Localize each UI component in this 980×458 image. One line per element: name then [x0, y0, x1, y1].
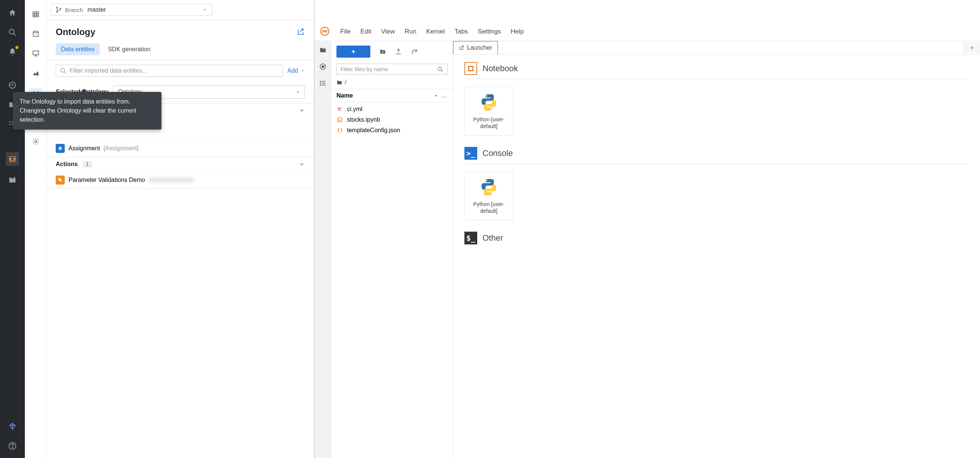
- launcher-tab[interactable]: Launcher: [453, 41, 498, 54]
- svg-rect-17: [33, 32, 38, 37]
- diamond-icon[interactable]: [7, 421, 18, 432]
- svg-point-0: [10, 29, 14, 34]
- breadcrumb[interactable]: /: [331, 76, 453, 89]
- menu-run[interactable]: Run: [404, 28, 416, 35]
- svg-point-53: [491, 193, 492, 194]
- other-section-icon: $_: [465, 231, 477, 244]
- gear-icon[interactable]: [31, 137, 40, 146]
- jupyter-side-tabs: [315, 41, 331, 458]
- file-list-header[interactable]: Name …: [331, 89, 453, 102]
- list-icon[interactable]: [319, 80, 327, 87]
- svg-line-1: [14, 34, 16, 36]
- svg-point-2: [10, 121, 11, 123]
- svg-rect-12: [33, 12, 38, 17]
- page-title: Ontology: [56, 27, 95, 37]
- new-tab-button[interactable]: [964, 42, 980, 53]
- menu-view[interactable]: View: [381, 28, 395, 35]
- new-launcher-button[interactable]: [336, 46, 370, 57]
- help-icon[interactable]: [7, 440, 18, 451]
- package-icon[interactable]: [31, 29, 40, 38]
- tab-sdk-generation[interactable]: SDK generation: [103, 43, 156, 55]
- svg-line-45: [441, 70, 442, 72]
- svg-point-27: [35, 141, 37, 143]
- new-folder-icon[interactable]: [379, 48, 386, 55]
- folder-icon[interactable]: [319, 46, 327, 54]
- card-label: Python [user-default]: [465, 201, 513, 214]
- svg-point-28: [56, 7, 57, 8]
- svg-rect-46: [338, 118, 342, 122]
- chevron-down-icon: [300, 69, 305, 73]
- launcher-card-python-console[interactable]: Python [user-default]: [465, 171, 513, 220]
- svg-rect-49: [469, 67, 473, 70]
- svg-point-11: [12, 447, 13, 448]
- svg-point-44: [438, 67, 441, 70]
- branch-selector[interactable]: Branch master: [51, 4, 212, 16]
- upload-icon[interactable]: [395, 48, 402, 55]
- python-logo-icon: [479, 93, 499, 112]
- file-item[interactable]: templateConfig.json: [331, 125, 453, 136]
- table-icon[interactable]: [31, 10, 40, 19]
- action-item[interactable]: ✎ Parameter Validations Demo: [47, 171, 314, 189]
- file-filter-field[interactable]: [340, 66, 434, 72]
- file-item[interactable]: Y: ci.yml: [331, 104, 453, 115]
- menu-tabs[interactable]: Tabs: [455, 28, 468, 35]
- import-icon[interactable]: [297, 28, 305, 36]
- menu-kernel[interactable]: Kernel: [426, 28, 444, 35]
- notebook-section-icon: [465, 62, 477, 75]
- folder-star-icon[interactable]: [7, 175, 18, 185]
- jupyter-filebrowser: / Name … Y: ci.yml stocks.ipynb: [331, 41, 453, 458]
- branch-label: Branch: [65, 7, 83, 13]
- running-icon[interactable]: [319, 63, 327, 70]
- launcher: Launcher Notebook Python [user-default]: [453, 41, 980, 458]
- add-button[interactable]: Add: [288, 67, 305, 74]
- entity-name: Assignment: [68, 145, 100, 152]
- python-logo-icon: [479, 177, 499, 197]
- search-icon: [438, 66, 443, 72]
- entity-subtext: [Assignment]: [104, 145, 138, 152]
- console-section-icon: >_: [465, 147, 477, 160]
- notebook-file-icon: [336, 117, 343, 123]
- chevron-down-icon: [202, 7, 207, 13]
- notifications-icon[interactable]: [7, 47, 18, 57]
- svg-line-32: [64, 72, 66, 73]
- code-workspace-icon[interactable]: [6, 152, 19, 166]
- entity-item-assignment[interactable]: ✳ Assignment [Assignment]: [47, 140, 314, 157]
- menu-edit[interactable]: Edit: [360, 28, 371, 35]
- jupyter-panel: File Edit View Run Kernel Tabs Settings …: [314, 0, 980, 458]
- search-entities-field[interactable]: [70, 67, 279, 74]
- main-nav-sidebar: [0, 0, 25, 458]
- tab-data-entities[interactable]: Data entities: [56, 43, 100, 55]
- file-item[interactable]: stocks.ipynb: [331, 115, 453, 125]
- ontology-tooltip: The Ontology to import data entities fro…: [13, 92, 161, 129]
- svg-point-29: [56, 12, 57, 13]
- action-redacted: [149, 177, 194, 183]
- svg-point-40: [320, 83, 321, 84]
- chevron-down-icon: [299, 107, 305, 113]
- section-header-actions[interactable]: Actions 1: [47, 157, 314, 171]
- home-icon[interactable]: [7, 8, 18, 18]
- chart-area-icon[interactable]: [31, 69, 40, 78]
- presentation-icon[interactable]: [31, 49, 40, 58]
- jupyter-logo-icon: [320, 26, 331, 37]
- external-link-icon: [459, 45, 464, 51]
- folder-icon: [336, 80, 342, 86]
- jupyter-menubar: File Edit View Run Kernel Tabs Settings …: [315, 22, 980, 41]
- git-branch-icon: [55, 6, 62, 13]
- launcher-card-python-notebook[interactable]: Python [user-default]: [465, 87, 513, 136]
- search-icon: [60, 67, 67, 74]
- search-icon[interactable]: [7, 27, 18, 38]
- menu-help[interactable]: Help: [511, 28, 524, 35]
- menu-file[interactable]: File: [340, 28, 350, 35]
- ontology-panel: Branch master Ontology Data entities SDK…: [47, 0, 314, 458]
- panel-nav-sidebar: [25, 0, 47, 458]
- refresh-icon[interactable]: [411, 48, 418, 55]
- file-filter-input[interactable]: [336, 64, 447, 75]
- history-icon[interactable]: [7, 80, 18, 90]
- svg-rect-35: [322, 66, 324, 68]
- menu-settings[interactable]: Settings: [478, 28, 501, 35]
- svg-point-52: [486, 180, 487, 181]
- chevron-down-icon: [299, 161, 305, 167]
- card-label: Python [user-default]: [465, 116, 513, 129]
- search-entities-input[interactable]: [56, 65, 283, 77]
- action-badge-icon: ✎: [56, 176, 65, 185]
